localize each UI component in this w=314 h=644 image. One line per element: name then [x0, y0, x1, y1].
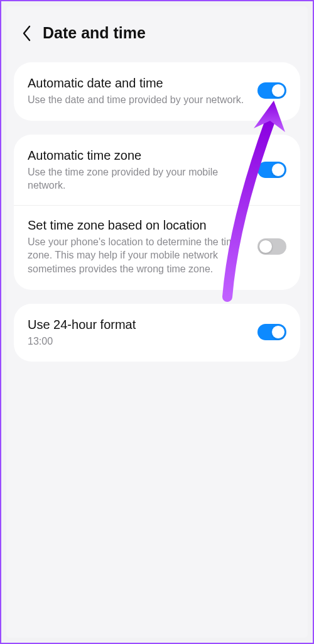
setting-title: Set time zone based on location: [28, 217, 249, 233]
row-text: Set time zone based on location Use your…: [28, 217, 257, 276]
toggle-auto-time-zone[interactable]: [257, 162, 286, 178]
setting-title: Automatic date and time: [28, 75, 249, 91]
setting-title: Automatic time zone: [28, 147, 249, 164]
card-auto-date: Automatic date and time Use the date and…: [14, 62, 300, 121]
setting-desc: Use your phone's location to determine t…: [28, 235, 249, 276]
back-icon[interactable]: [19, 25, 35, 42]
settings-screen: Date and time Automatic date and time Us…: [6, 6, 308, 638]
row-auto-date-time[interactable]: Automatic date and time Use the date and…: [14, 64, 300, 119]
row-text: Use 24-hour format 13:00: [28, 316, 257, 348]
page-title: Date and time: [43, 24, 146, 42]
card-24hour: Use 24-hour format 13:00: [14, 304, 300, 362]
toggle-auto-date-time[interactable]: [257, 82, 286, 99]
row-text: Automatic time zone Use the time zone pr…: [28, 147, 257, 192]
header: Date and time: [9, 6, 305, 57]
toggle-location-time-zone[interactable]: [257, 238, 286, 255]
toggle-24-hour[interactable]: [257, 324, 286, 340]
setting-desc: Use the date and time provided by your n…: [28, 93, 249, 107]
card-time-zone: Automatic time zone Use the time zone pr…: [14, 135, 300, 290]
row-auto-time-zone[interactable]: Automatic time zone Use the time zone pr…: [14, 136, 300, 205]
setting-desc: 13:00: [28, 335, 249, 348]
row-location-time-zone[interactable]: Set time zone based on location Use your…: [14, 205, 300, 289]
row-24-hour-format[interactable]: Use 24-hour format 13:00: [14, 305, 300, 361]
setting-desc: Use the time zone provided by your mobil…: [28, 165, 249, 192]
setting-title: Use 24-hour format: [28, 316, 249, 333]
row-text: Automatic date and time Use the date and…: [28, 75, 257, 107]
